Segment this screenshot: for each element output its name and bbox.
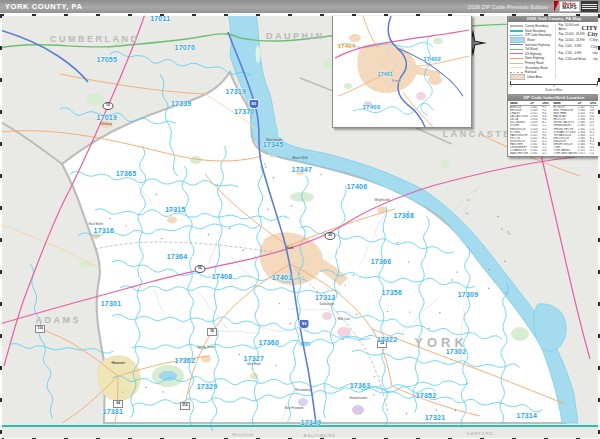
zip-label-17356: 17356 — [382, 289, 402, 296]
city-label: Red Lion — [338, 317, 350, 321]
legend-sample — [510, 35, 523, 36]
highway-shield-116: 116 — [35, 325, 45, 333]
legend-body: County BoundaryState BoundaryZIP Code Bo… — [508, 22, 600, 80]
zip-label-17070: 17070 — [175, 43, 195, 50]
county-label-harford: HARFORD — [467, 431, 494, 436]
legend-sample — [510, 53, 523, 54]
edition-label: 2026 ZIP Code Premium Edition — [468, 4, 554, 10]
zip-label-17302: 17302 — [446, 347, 466, 354]
legend-title: 2026 York County, PA Map — [508, 15, 600, 22]
zip-label-17309: 17309 — [458, 290, 478, 297]
county-label-dauphin: DAUPHIN — [266, 31, 325, 41]
legend-sample — [510, 67, 523, 68]
city-label: Spring Grove — [197, 345, 215, 349]
legend-label: Urban Area — [527, 75, 542, 79]
zip-label-17362: 17362 — [175, 356, 195, 363]
zip-label-17329: 17329 — [197, 382, 217, 389]
city-label: Mount Wolf — [292, 156, 307, 160]
zip-index-table: NAMEZIPGRIDAIRVILLE17302F-5BROGUE17309F-… — [508, 101, 600, 155]
scale-bar-line — [510, 81, 598, 85]
york-city-inset-map: 17404174021740117403York — [332, 15, 472, 128]
zip-label-17331: 17331 — [103, 408, 123, 415]
zip-label-17366: 17366 — [371, 258, 391, 265]
city-label: Wrightsville — [375, 198, 390, 202]
zip-label-17314: 17314 — [517, 411, 537, 418]
zip-index-row: MANCHESTER17345D-2 — [510, 152, 550, 155]
zip-label-17011: 17011 — [150, 14, 170, 21]
map-canvas: CUMBERLANDDAUPHINADAMSYORKLANCASTERMaryl… — [0, 14, 600, 439]
inset-labels: 17404174021740117403York — [333, 16, 471, 127]
city-label: Glen Rock — [247, 362, 261, 366]
zip-index-row: YORK NEW SALEM17371C-4 — [553, 152, 598, 155]
zip-label-17055: 17055 — [97, 56, 117, 63]
legend-sample — [510, 74, 525, 79]
zip-index-column: NAMEZIPGRIDAIRVILLE17302F-5BROGUE17309F-… — [510, 102, 550, 154]
zip-label-17322: 17322 — [377, 336, 397, 343]
legend-sample — [510, 25, 523, 27]
zip-index-column: NAMEZIPGRIDMT WOLF17347D-2NEW FREEDOM173… — [553, 102, 598, 154]
scale-bar: 036 Scale in Miles — [510, 81, 598, 92]
zip-label-17368: 17368 — [394, 212, 414, 219]
city-label: York — [286, 246, 293, 250]
marketmaps-logo: Market MAPS — [554, 1, 598, 12]
legend-sample — [510, 63, 523, 64]
county-label-cumberland: CUMBERLAND — [50, 34, 140, 44]
legend-sample — [510, 30, 523, 31]
map-poster: YORK COUNTY, PA 2026 ZIP Code Premium Ed… — [0, 0, 600, 439]
legend-label: State Highway — [525, 56, 544, 60]
zip-label-17019: 17019 — [97, 114, 117, 121]
zip-label-17370: 17370 — [234, 108, 254, 115]
inset-label-17404: 17404 — [338, 43, 356, 49]
logo-line2: MAPS — [562, 6, 577, 11]
legend-label: Water — [527, 38, 535, 42]
zip-label-17365: 17365 — [116, 169, 136, 176]
zip-label-17403: 17403 — [272, 273, 292, 280]
zip-label-17339: 17339 — [171, 100, 191, 107]
legend-label: Railroad — [525, 70, 536, 74]
map-frame: CUMBERLANDDAUPHINADAMSYORKLANCASTERMaryl… — [0, 13, 600, 439]
zip-label-17316: 17316 — [94, 226, 114, 233]
legend-sample — [510, 58, 523, 59]
city-label: East Berlin — [89, 222, 104, 226]
legend-sample — [510, 49, 523, 50]
highway-shield-15: 15 — [103, 102, 114, 110]
county-label-baltimore: BALTIMORE — [304, 432, 336, 437]
zip-label-17363: 17363 — [350, 382, 370, 389]
zip-index-title: ZIP Code Index/Grid Location — [508, 94, 600, 101]
legend-sample — [510, 37, 525, 42]
city-label: Shrewsbury — [295, 388, 311, 392]
legend-panel: 2026 York County, PA Map County Boundary… — [507, 14, 600, 157]
map-title: YORK COUNTY, PA — [0, 2, 83, 11]
logo-wordmark: Market MAPS — [559, 1, 580, 12]
legend-items: County BoundaryState BoundaryZIP Code Bo… — [510, 24, 553, 79]
city-pop-row: Pop. 2,500 and Belowcity — [558, 56, 597, 62]
zip-label-17352: 17352 — [416, 391, 436, 398]
title-bar: YORK COUNTY, PA 2026 ZIP Code Premium Ed… — [0, 0, 600, 14]
legend-sample — [510, 72, 523, 73]
zip-label-17301: 17301 — [101, 299, 121, 306]
inset-label-17402: 17402 — [423, 56, 441, 62]
legend-label: Secondary Road — [525, 66, 547, 70]
legend-label: Toll Road — [525, 47, 538, 51]
legend-item: Urban Area — [510, 75, 553, 80]
zip-label-17327: 17327 — [244, 355, 264, 362]
legend-label: State Boundary — [525, 29, 546, 33]
zip-label-17408: 17408 — [212, 272, 232, 279]
zip-label-17313: 17313 — [315, 293, 335, 300]
city-label: Dillsburg — [100, 122, 112, 126]
highway-shield-216: 216 — [180, 402, 190, 410]
zip-label-17406: 17406 — [347, 183, 367, 190]
city-population-key: Pop. 50,000 and AboveCITYPop. 25,000 - 4… — [555, 24, 597, 79]
legend-label: Interstate Highway — [525, 43, 550, 47]
inset-label-17401: 17401 — [378, 71, 393, 77]
legend-sample — [510, 44, 523, 45]
zip-label-17364: 17364 — [167, 252, 187, 259]
highway-shield-74: 74 — [207, 328, 217, 336]
logo-info-box — [581, 1, 598, 12]
highway-shield-83: 83 — [299, 319, 310, 329]
county-label-adams: ADAMS — [35, 315, 81, 325]
city-label: Stewartstown — [349, 396, 367, 400]
inset-label-York: York — [392, 77, 401, 82]
zip-label-17319: 17319 — [226, 88, 246, 95]
inset-label-17403: 17403 — [363, 104, 381, 110]
